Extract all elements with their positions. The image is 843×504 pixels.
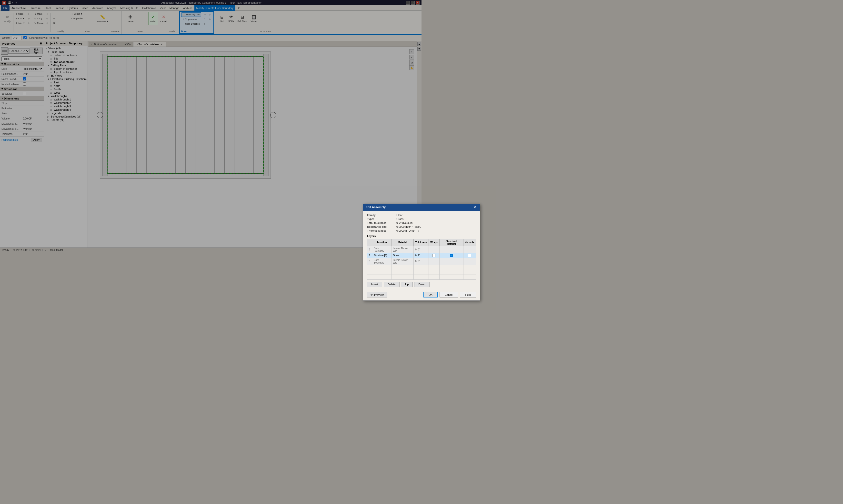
row1-num: 1	[367, 246, 372, 252]
thermal-mass-row: Thermal Mass: 0.0000 BTU/(ft²·°F)	[367, 229, 422, 232]
col-function-header: Function	[372, 239, 392, 246]
row1-material: Layers Above Wra	[391, 246, 414, 252]
layers-table: Function Material Thickness Wraps Struct…	[367, 239, 422, 252]
total-thickness-label: Total thickness:	[367, 221, 396, 224]
type-row: Type: Grass	[367, 217, 422, 220]
layer-row-1: 1 Core Boundary Layers Above Wra 0' 0"	[367, 246, 422, 252]
resistance-value: 0.0000 (h·ft²·°F)/BTU	[396, 225, 421, 228]
thermal-mass-label: Thermal Mass:	[367, 229, 396, 232]
resistance-row: Resistance (R): 0.0000 (h·ft²·°F)/BTU	[367, 225, 422, 228]
type-label: Type:	[367, 217, 396, 220]
type-value: Grass	[396, 217, 403, 220]
dialog-title: Edit Assembly	[366, 205, 385, 209]
layers-title: Layers	[367, 235, 422, 237]
family-value: Floor	[396, 214, 402, 217]
modal-overlay: Edit Assembly ✕ Family: Floor Type: Gras…	[0, 0, 422, 252]
total-thickness-value: 0' 2" (Default)	[396, 221, 413, 224]
layers-section: Layers Function Material Thickness Wraps…	[367, 235, 422, 252]
row1-function: Core Boundary	[372, 246, 392, 252]
col-thickness-header: Thickness	[414, 239, 422, 246]
dialog-title-bar: Edit Assembly ✕	[363, 204, 422, 211]
dialog-body: Family: Floor Type: Grass Total thicknes…	[363, 211, 422, 252]
family-label: Family:	[367, 214, 396, 217]
col-num-header	[367, 239, 372, 246]
thermal-mass-value: 0.0000 BTU/(ft²·°F)	[396, 229, 419, 232]
col-material-header: Material	[391, 239, 414, 246]
row1-thickness: 0' 0"	[414, 246, 422, 252]
edit-assembly-dialog: Edit Assembly ✕ Family: Floor Type: Gras…	[363, 203, 422, 252]
resistance-label: Resistance (R):	[367, 225, 396, 228]
family-row: Family: Floor	[367, 214, 422, 217]
total-thickness-row: Total thickness: 0' 2" (Default)	[367, 221, 422, 224]
